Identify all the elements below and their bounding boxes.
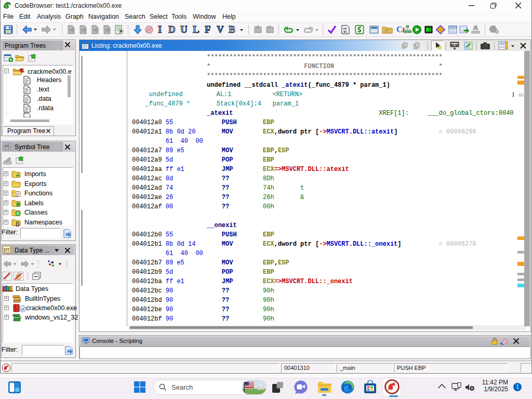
svg-text:DT: DT: [385, 29, 390, 33]
svg-text:C: C: [17, 211, 20, 216]
svg-text:01: 01: [343, 30, 348, 34]
svg-text:{}: {}: [16, 221, 20, 227]
svg-text:DT: DT: [4, 247, 10, 252]
